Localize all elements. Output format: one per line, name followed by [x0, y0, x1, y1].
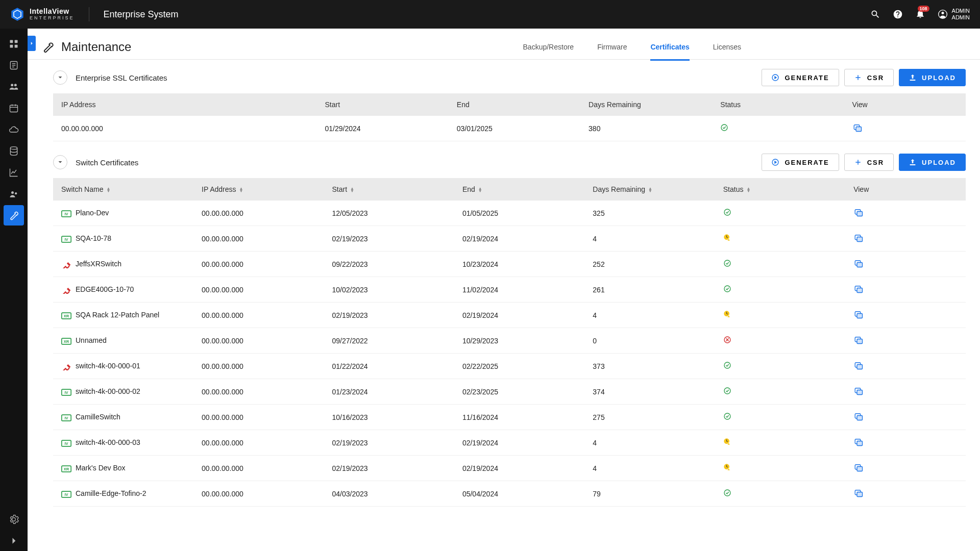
view-cert-icon[interactable]: [853, 335, 864, 344]
view-cert-icon[interactable]: [853, 361, 864, 370]
view-cert-icon[interactable]: [853, 437, 864, 446]
upload-icon: [909, 73, 917, 82]
cell-status: [715, 405, 845, 430]
col-start: Start: [317, 93, 449, 116]
notifications-button[interactable]: 108: [915, 9, 925, 20]
col-end[interactable]: End▲▼: [454, 178, 584, 201]
cell-start: 10/02/2023: [324, 277, 454, 303]
view-cert-icon[interactable]: [853, 463, 864, 472]
brand-area: IntellaView ENTERPRISE: [10, 7, 75, 21]
cell-end: 03/01/2025: [449, 116, 580, 141]
user-line2: ADMIN: [952, 14, 970, 21]
view-cert-icon[interactable]: [853, 412, 864, 421]
switch-type-icon: [61, 236, 71, 243]
csr-button-enterprise[interactable]: CSR: [844, 69, 894, 86]
section-title-enterprise: Enterprise SSL Certificates: [76, 73, 753, 82]
cell-switch-name: JeffsXRSwitch: [53, 252, 193, 277]
sidebar-item-cloud[interactable]: [4, 119, 24, 140]
view-cert-icon[interactable]: [853, 386, 864, 395]
col-status[interactable]: Status▲▼: [715, 178, 845, 201]
play-circle-icon: [771, 73, 779, 82]
sidebar-nav: [0, 29, 28, 551]
page-header: Maintenance Backup/Restore Firmware Cert…: [28, 29, 980, 59]
status-error-icon: [723, 336, 731, 344]
sidebar-item-maintenance[interactable]: [4, 205, 24, 226]
view-cert-icon[interactable]: [852, 123, 863, 132]
cell-days: 4: [584, 456, 715, 481]
col-switch[interactable]: Switch Name▲▼: [53, 178, 193, 201]
tab-backup[interactable]: Backup/Restore: [523, 34, 574, 61]
sidebar-item-users[interactable]: [4, 77, 24, 97]
sidebar-item-settings[interactable]: [4, 509, 24, 530]
status-warn-icon: [723, 310, 731, 318]
cell-end: 02/23/2025: [454, 379, 584, 405]
cell-end: 02/19/2024: [454, 430, 584, 456]
cell-ip: 00.00.00.000: [193, 226, 324, 252]
sidebar-item-calendar[interactable]: [4, 98, 24, 118]
col-days: Days Remaining: [580, 93, 712, 116]
switch-cert-table: Switch Name▲▼ IP Address▲▼ Start▲▼ End▲▼…: [53, 178, 966, 507]
cell-start: 02/19/2023: [324, 226, 454, 252]
cell-switch-name: CamilleSwitch: [53, 405, 193, 430]
upload-button-switch[interactable]: UPLOAD: [899, 154, 966, 171]
table-row: switch-4k-00-000-02 00.00.00.000 01/23/2…: [53, 379, 966, 405]
view-cert-icon[interactable]: [853, 233, 864, 242]
cell-days: 79: [584, 481, 715, 507]
tab-licenses[interactable]: Licenses: [713, 34, 741, 61]
cell-view: [845, 481, 966, 507]
collapse-switch-button[interactable]: [53, 155, 67, 169]
sidebar-expand[interactable]: [4, 531, 24, 551]
cell-switch-name: Plano-Dev: [53, 201, 193, 226]
help-icon[interactable]: [893, 9, 903, 19]
cell-end: 02/22/2025: [454, 354, 584, 379]
maintenance-icon: [42, 41, 54, 53]
view-cert-icon[interactable]: [853, 310, 864, 319]
cell-days: 325: [584, 201, 715, 226]
user-menu[interactable]: ADMIN ADMIN: [938, 8, 970, 21]
panel-expand-button[interactable]: [28, 36, 36, 51]
cell-start: 01/22/2024: [324, 354, 454, 379]
view-cert-icon[interactable]: [853, 259, 864, 268]
cell-end: 10/29/2023: [454, 328, 584, 354]
switch-type-icon: [61, 440, 71, 447]
status-warn-icon: [723, 234, 731, 242]
cell-start: 09/27/2022: [324, 328, 454, 354]
cell-days: 374: [584, 379, 715, 405]
col-ip: IP Address: [53, 93, 317, 116]
cell-days: 261: [584, 277, 715, 303]
col-ip[interactable]: IP Address▲▼: [193, 178, 324, 201]
tab-firmware[interactable]: Firmware: [597, 34, 627, 61]
switch-type-icon: [61, 363, 71, 370]
collapse-enterprise-button[interactable]: [53, 70, 67, 85]
view-cert-icon[interactable]: [853, 488, 864, 497]
switch-type-icon: [61, 210, 71, 217]
cell-end: 11/02/2024: [454, 277, 584, 303]
table-row: switch-4k-00-000-03 00.00.00.000 02/19/2…: [53, 430, 966, 456]
sidebar-item-dashboard[interactable]: [4, 34, 24, 54]
cell-ip: 00.00.00.000: [193, 328, 324, 354]
upload-button-enterprise[interactable]: UPLOAD: [899, 69, 966, 86]
csr-button-switch[interactable]: CSR: [844, 154, 894, 171]
cell-view: [845, 226, 966, 252]
sidebar-item-stats[interactable]: [4, 162, 24, 183]
col-view: View: [844, 93, 966, 116]
sidebar-item-database[interactable]: [4, 141, 24, 161]
status-ok-icon: [723, 387, 731, 395]
cell-status: [715, 481, 845, 507]
sidebar-item-team[interactable]: [4, 184, 24, 204]
table-row: 00.00.00.000 01/29/2024 03/01/2025 380: [53, 116, 966, 141]
tab-certificates[interactable]: Certificates: [650, 34, 689, 61]
generate-button-switch[interactable]: GENERATE: [762, 154, 839, 171]
view-cert-icon[interactable]: [853, 208, 864, 217]
col-days[interactable]: Days Remaining▲▼: [584, 178, 715, 201]
view-cert-icon[interactable]: [853, 284, 864, 293]
cell-days: 275: [584, 405, 715, 430]
sidebar-item-logs[interactable]: [4, 55, 24, 76]
cell-days: 4: [584, 226, 715, 252]
status-ok-icon: [723, 259, 731, 267]
cell-end: 10/23/2024: [454, 252, 584, 277]
generate-button-enterprise[interactable]: GENERATE: [762, 69, 839, 86]
search-icon[interactable]: [870, 9, 880, 19]
cell-view: [845, 252, 966, 277]
col-start[interactable]: Start▲▼: [324, 178, 454, 201]
